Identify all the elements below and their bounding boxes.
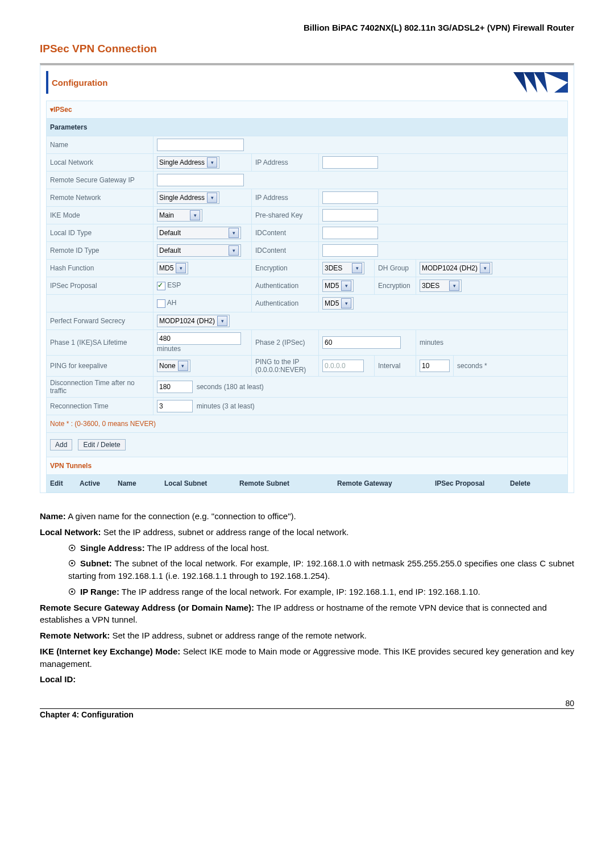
phase2-input[interactable] xyxy=(322,336,401,349)
panel-title: Configuration xyxy=(52,78,107,87)
phase1-input[interactable] xyxy=(157,332,241,345)
remote-ip-input[interactable] xyxy=(322,191,378,204)
label-ip-address-2: IP Address xyxy=(252,189,319,207)
remote-gateway-input[interactable] xyxy=(157,174,244,186)
label-idcontent-1: IDContent xyxy=(252,224,319,242)
ipsec-table: ▾IPSec Parameters Name Local Network Sin… xyxy=(46,101,568,493)
product-header: Billion BiPAC 7402NX(L) 802.11n 3G/ADSL2… xyxy=(40,23,574,32)
hash-select[interactable]: MD5▾ xyxy=(157,262,188,274)
desc-rnet-t: Set the IP address, subnet or address ra… xyxy=(110,631,367,640)
discon-input[interactable] xyxy=(157,381,193,393)
description-block: Name: A given name for the connection (e… xyxy=(40,510,574,686)
remote-network-select[interactable]: Single Address▾ xyxy=(157,191,219,204)
label-esp: ESP xyxy=(167,281,181,289)
pfs-select[interactable]: MODP1024 (DH2)▾ xyxy=(157,315,230,327)
chevron-down-icon: ▾ xyxy=(341,281,351,291)
label-ip-address: IP Address xyxy=(252,154,319,172)
desc-localnet-b: Local Network: xyxy=(40,527,101,537)
note-text: Note * : (0-3600, 0 means NEVER) xyxy=(47,415,568,433)
desc-name-t: A given name for the connection (e.g. "c… xyxy=(66,511,296,521)
name-input[interactable] xyxy=(157,139,244,151)
reconn-input[interactable] xyxy=(157,400,193,412)
label-remote-gateway-ip: Remote Secure Gateway IP xyxy=(47,172,154,189)
chevron-down-icon: ▾ xyxy=(229,245,239,256)
chevron-down-icon: ▾ xyxy=(190,210,200,220)
desc-localid-b: Local ID: xyxy=(40,674,76,684)
label-seconds-star: seconds * xyxy=(454,356,568,377)
label-minutes-1: minutes xyxy=(157,345,181,353)
page-number: 80 xyxy=(565,699,574,708)
parameters-header: Parameters xyxy=(47,119,568,136)
label-encryption-2: Encryption xyxy=(375,277,416,295)
vpn-tunnels-header: VPN Tunnels xyxy=(47,457,568,475)
ipsec-tab[interactable]: ▾IPSec xyxy=(47,101,568,119)
local-network-select[interactable]: Single Address▾ xyxy=(157,156,219,169)
li1-t: The IP address of the local host. xyxy=(145,543,269,553)
label-phase2: Phase 2 (IPSec) xyxy=(252,330,319,356)
label-local-network: Local Network xyxy=(47,154,154,172)
li2-b: Subnet: xyxy=(80,558,112,568)
col-delete: Delete xyxy=(507,475,567,492)
brand-logo-icon xyxy=(500,72,568,93)
chevron-down-icon: ▾ xyxy=(229,228,239,238)
list-item: Single Address: The IP address of the lo… xyxy=(68,542,574,554)
label-ping-ip: PING to the IP (0.0.0.0:NEVER) xyxy=(252,356,319,377)
desc-rgw-b: Remote Secure Gateway Address (or Domain… xyxy=(40,603,254,612)
li2-t: The subnet of the local network. For exa… xyxy=(68,558,574,581)
preshared-key-input[interactable] xyxy=(322,209,378,222)
chevron-down-icon: ▾ xyxy=(176,263,186,273)
li3-b: IP Range: xyxy=(80,587,119,596)
li1-b: Single Address: xyxy=(80,543,145,553)
col-ipsec-proposal: IPSec Proposal xyxy=(432,475,507,492)
chevron-down-icon: ▾ xyxy=(207,157,217,168)
label-preshared-key: Pre-shared Key xyxy=(252,207,319,224)
label-remote-id-type: Remote ID Type xyxy=(47,242,154,260)
label-dh-group: DH Group xyxy=(375,260,416,277)
label-pfs: Perfect Forward Secrecy xyxy=(47,312,154,330)
label-minutes-2: minutes xyxy=(416,330,568,356)
interval-input[interactable] xyxy=(420,360,450,372)
li3-t: The IP address range of the local networ… xyxy=(119,587,480,596)
label-hash-function: Hash Function xyxy=(47,260,154,277)
remote-idcontent-input[interactable] xyxy=(322,244,378,257)
label-local-id-type: Local ID Type xyxy=(47,224,154,242)
edit-delete-button[interactable]: Edit / Delete xyxy=(78,439,125,450)
chevron-down-icon: ▾ xyxy=(352,263,362,273)
col-local-subnet: Local Subnet xyxy=(161,475,236,492)
col-edit: Edit xyxy=(47,475,76,492)
encryption2-select[interactable]: 3DES▾ xyxy=(420,279,462,292)
ah-checkbox[interactable] xyxy=(157,299,165,308)
auth1-select[interactable]: MD5▾ xyxy=(322,279,354,292)
local-ip-input[interactable] xyxy=(322,156,378,169)
desc-rnet-b: Remote Network: xyxy=(40,631,110,640)
list-item: Subnet: The subnet of the local network.… xyxy=(68,557,574,582)
col-remote-gateway: Remote Gateway xyxy=(334,475,432,492)
label-ah: AH xyxy=(167,299,177,307)
label-discon: Disconnection Time after no traffic xyxy=(47,377,154,398)
ike-mode-select[interactable]: Main▾ xyxy=(157,209,202,222)
config-screenshot: Configuration ▾IPSec Parameters Name Loc… xyxy=(40,63,574,493)
esp-checkbox[interactable] xyxy=(157,282,165,290)
dh-group-select[interactable]: MODP1024 (DH2)▾ xyxy=(420,262,492,274)
label-ipsec-proposal: IPSec Proposal xyxy=(47,277,154,295)
desc-localnet-t: Set the IP address, subnet or address ra… xyxy=(101,527,349,537)
remote-id-type-select[interactable]: Default▾ xyxy=(157,244,241,257)
add-button[interactable]: Add xyxy=(50,439,72,450)
label-phase1: Phase 1 (IKE)SA Lifetime xyxy=(47,330,154,356)
auth2-select[interactable]: MD5▾ xyxy=(322,297,354,310)
col-remote-subnet: Remote Subnet xyxy=(236,475,334,492)
label-interval: Interval xyxy=(375,356,416,377)
chevron-down-icon: ▾ xyxy=(217,316,227,326)
local-idcontent-input[interactable] xyxy=(322,227,378,239)
local-id-type-select[interactable]: Default▾ xyxy=(157,227,241,239)
label-encryption-1: Encryption xyxy=(252,260,319,277)
col-active: Active xyxy=(76,475,114,492)
desc-ike-b: IKE (Internet key Exchange) Mode: xyxy=(40,646,180,656)
ping-ip-input[interactable] xyxy=(322,360,364,372)
chevron-down-icon: ▾ xyxy=(341,298,351,308)
encryption-select[interactable]: 3DES▾ xyxy=(322,262,364,274)
page-footer: 80 Chapter 4: Configuration xyxy=(40,708,574,719)
ping-select[interactable]: None▾ xyxy=(157,360,190,372)
chevron-down-icon: ▾ xyxy=(178,361,188,371)
section-title: IPSec VPN Connection xyxy=(40,43,574,55)
